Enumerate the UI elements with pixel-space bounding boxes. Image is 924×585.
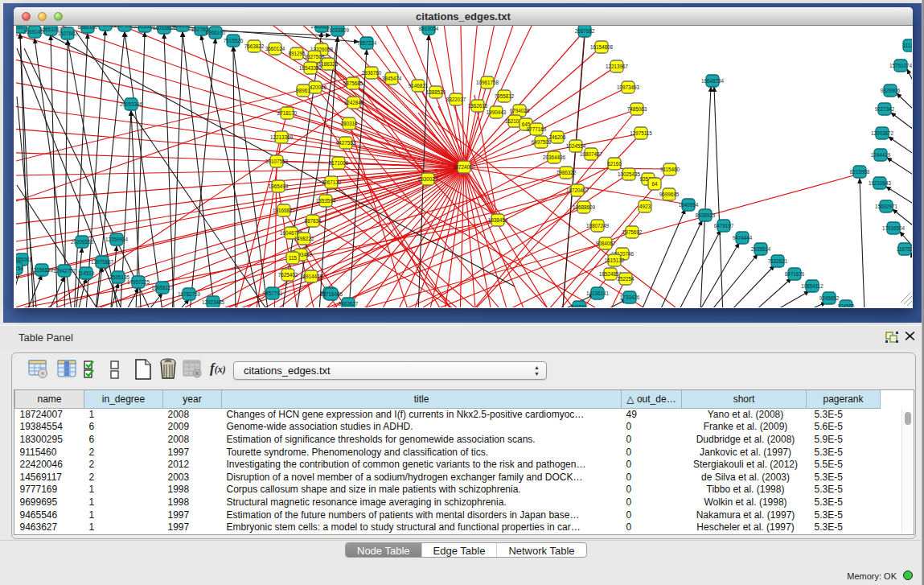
svg-text:1498222: 1498222: [294, 236, 314, 241]
svg-text:8322037: 8322037: [446, 97, 466, 102]
svg-text:6497508: 6497508: [532, 139, 552, 145]
svg-text:12093872: 12093872: [871, 130, 894, 136]
svg-text:98961: 98961: [296, 88, 310, 93]
svg-text:64: 64: [651, 181, 658, 187]
svg-text:10807487: 10807487: [580, 151, 603, 157]
svg-text:15751074: 15751074: [889, 63, 912, 68]
svg-text:3267130: 3267130: [322, 179, 342, 185]
svg-text:1065327: 1065327: [173, 26, 193, 28]
svg-text:9084067: 9084067: [596, 241, 616, 246]
svg-text:12213369: 12213369: [270, 134, 294, 140]
svg-text:10961758: 10961758: [476, 80, 499, 85]
svg-text:114519: 114519: [78, 270, 95, 276]
svg-text:9245652: 9245652: [819, 295, 840, 301]
svg-text:9777169: 9777169: [527, 126, 547, 132]
svg-text:10973493: 10973493: [617, 84, 640, 90]
svg-text:16033809: 16033809: [326, 27, 350, 33]
svg-text:18724007: 18724007: [453, 164, 476, 170]
svg-text:19166827: 19166827: [273, 208, 296, 213]
svg-text:1527602: 1527602: [58, 31, 78, 36]
svg-text:16914479: 16914479: [300, 274, 323, 279]
svg-text:2936760: 2936760: [362, 70, 382, 76]
svg-text:9794028: 9794028: [510, 108, 530, 113]
svg-text:8938923: 8938923: [696, 212, 716, 218]
svg-text:5875685: 5875685: [343, 80, 363, 86]
svg-text:7663822: 7663822: [244, 43, 265, 49]
svg-text:946554: 946554: [570, 304, 588, 307]
svg-text:18720407: 18720407: [566, 187, 589, 193]
svg-text:1733426: 1733426: [620, 295, 640, 300]
svg-text:7986322: 7986322: [556, 170, 577, 175]
svg-text:16210643: 16210643: [869, 180, 892, 186]
svg-text:2171006: 2171006: [329, 160, 349, 166]
svg-text:9329906: 9329906: [881, 88, 901, 93]
svg-text:17016504: 17016504: [882, 225, 906, 231]
svg-text:1965493: 1965493: [269, 183, 289, 189]
svg-text:12923485: 12923485: [202, 299, 225, 305]
svg-text:252254: 252254: [617, 276, 634, 282]
svg-text:16782759: 16782759: [178, 291, 201, 297]
svg-text:9327508: 9327508: [305, 54, 325, 60]
svg-text:7857224: 7857224: [357, 40, 377, 46]
svg-text:1024554: 1024554: [566, 143, 586, 149]
svg-text:7515526: 7515526: [224, 38, 244, 43]
svg-text:10688609: 10688609: [573, 204, 596, 210]
svg-text:12156829: 12156829: [31, 267, 54, 273]
svg-text:16154808: 16154808: [590, 44, 614, 50]
svg-text:746206: 746206: [548, 134, 566, 140]
svg-text:1353594: 1353594: [316, 198, 336, 204]
svg-text:12213967: 12213967: [606, 64, 629, 69]
svg-text:39154: 39154: [16, 266, 23, 271]
svg-text:6966160: 6966160: [206, 30, 226, 35]
svg-text:9115460: 9115460: [660, 167, 680, 172]
svg-text:17957225: 17957225: [127, 279, 150, 285]
svg-text:16543382: 16543382: [299, 65, 322, 71]
svg-text:2718170: 2718170: [277, 110, 298, 116]
svg-text:12975115: 12975115: [630, 130, 652, 136]
svg-text:9699695: 9699695: [659, 192, 680, 197]
svg-text:1938454: 1938454: [488, 217, 508, 223]
svg-text:12942757: 12942757: [53, 268, 76, 274]
svg-text:20364436: 20364436: [543, 154, 566, 160]
svg-text:3845474: 3845474: [382, 76, 402, 81]
svg-text:9474444: 9474444: [733, 235, 753, 241]
svg-text:20053346: 20053346: [120, 101, 143, 107]
svg-text:10958117: 10958117: [151, 285, 174, 290]
svg-text:15692971: 15692971: [875, 204, 898, 209]
svg-text:62160: 62160: [607, 161, 622, 167]
svg-text:12359914: 12359914: [105, 237, 129, 242]
svg-text:1640954: 1640954: [679, 202, 699, 208]
svg-text:8471676: 8471676: [785, 271, 805, 277]
svg-text:10107553: 10107553: [265, 159, 289, 164]
svg-text:7625402: 7625402: [278, 272, 298, 278]
svg-text:1244419: 1244419: [871, 152, 891, 158]
svg-text:280314: 280314: [340, 121, 358, 126]
svg-text:9242848: 9242848: [344, 100, 364, 105]
svg-text:887834: 887834: [304, 218, 322, 224]
svg-text:14136141: 14136141: [586, 290, 610, 296]
svg-text:2687682: 2687682: [575, 28, 595, 34]
svg-text:13975887: 13975887: [91, 259, 114, 265]
svg-text:7955812: 7955812: [495, 93, 515, 99]
svg-text:15716485: 15716485: [320, 291, 343, 297]
svg-text:116753: 116753: [897, 246, 912, 252]
svg-text:115: 115: [289, 255, 298, 261]
svg-text:1990443: 1990443: [487, 109, 507, 115]
svg-text:9227342: 9227342: [875, 106, 895, 112]
svg-text:16671355: 16671355: [113, 26, 137, 28]
svg-text:10654112: 10654112: [801, 283, 823, 289]
svg-text:9463627: 9463627: [339, 301, 359, 307]
svg-text:1388520: 1388520: [426, 89, 446, 95]
svg-text:7632621: 7632621: [768, 258, 788, 264]
svg-text:1615132: 1615132: [605, 257, 625, 263]
svg-text:7485063: 7485063: [627, 106, 647, 112]
svg-text:2930027: 2930027: [418, 176, 438, 182]
svg-text:4923: 4923: [639, 204, 651, 209]
svg-text:924565: 924565: [837, 303, 855, 307]
svg-text:18807249: 18807249: [586, 223, 610, 229]
svg-text:16648784: 16648784: [701, 78, 725, 84]
svg-text:10025435: 10025435: [618, 171, 641, 177]
svg-text:9457791: 9457791: [263, 290, 283, 296]
svg-text:1975692: 1975692: [622, 229, 643, 235]
svg-text:1485061: 1485061: [16, 257, 32, 262]
